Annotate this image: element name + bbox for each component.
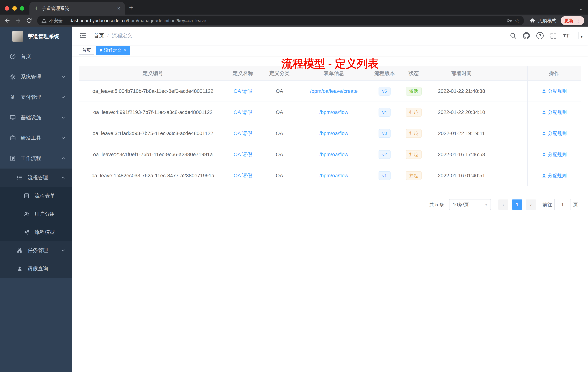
- tab-title: 芋道管理系统: [42, 5, 113, 11]
- definition-name-link[interactable]: OA 请假: [234, 131, 252, 136]
- sidebar-logo[interactable]: 芋道管理系统: [0, 27, 72, 46]
- sidebar-menu: 首页系统管理¥支付管理基础设施研发工具工作流程流程管理流程表单用户分组流程模型任…: [0, 46, 72, 372]
- table-row: oa_leave:5:004b710b-7b8a-11ec-8ef0-acde4…: [79, 81, 581, 102]
- person-icon: [16, 266, 23, 271]
- sidebar-item-infrastructure[interactable]: 基础设施: [0, 107, 72, 128]
- form-link[interactable]: /bpm/oa/flow: [319, 152, 348, 157]
- sidebar-item-process-manage[interactable]: 流程管理: [0, 169, 72, 187]
- zoom-window-button[interactable]: [20, 6, 24, 11]
- form-link[interactable]: /bpm/oa/flow: [319, 109, 348, 115]
- user-avatar[interactable]: [578, 32, 578, 39]
- forward-button[interactable]: [13, 15, 23, 26]
- form-link[interactable]: /bpm/oa/flow: [319, 131, 348, 136]
- person-icon: [542, 152, 546, 157]
- sidebar-item-label: 研发工具: [21, 134, 41, 142]
- font-size-icon[interactable]: TT: [563, 33, 570, 39]
- org-icon: [16, 248, 23, 253]
- sidebar-item-leave-query[interactable]: 请假查询: [0, 260, 72, 278]
- update-button[interactable]: 更新 ⋮: [561, 16, 584, 25]
- window-controls: [0, 6, 30, 15]
- key-icon[interactable]: [506, 18, 512, 23]
- minimize-window-button[interactable]: [12, 6, 17, 11]
- search-icon[interactable]: [510, 33, 516, 39]
- definition-id: oa_leave:2:3c1f0ef1-76b1-11ec-9c66-a2380…: [79, 152, 227, 157]
- goto-page-input[interactable]: [554, 199, 571, 210]
- browser-tab[interactable]: 芋道管理系统 ×: [30, 2, 125, 15]
- tab-close-icon[interactable]: ×: [116, 6, 122, 11]
- assign-rule-link[interactable]: 分配规则: [542, 152, 567, 158]
- assign-rule-label: 分配规则: [548, 109, 567, 116]
- form-link[interactable]: /bpm/oa/flow: [319, 173, 348, 178]
- sidebar-item-home[interactable]: 首页: [0, 46, 72, 67]
- definition-name-link[interactable]: OA 请假: [234, 152, 252, 157]
- version-badge: v1: [378, 171, 390, 180]
- back-button[interactable]: [2, 15, 12, 26]
- assign-rule-label: 分配规则: [548, 152, 567, 158]
- sidebar-item-workflow[interactable]: 工作流程: [0, 148, 72, 169]
- view-tag-0[interactable]: 首页: [79, 46, 94, 55]
- sidebar-item-label: 流程管理: [28, 174, 48, 181]
- definition-name-link[interactable]: OA 请假: [234, 88, 252, 94]
- chevron-down-icon: [61, 115, 65, 120]
- chevron-down-icon: [61, 75, 65, 79]
- column-header: 流程版本: [368, 70, 401, 77]
- address-bar[interactable]: 不安全 dashboard.yudao.iocoder.cn/bpm/manag…: [37, 16, 524, 25]
- sidebar-item-task-manage[interactable]: 任务管理: [0, 241, 72, 260]
- menu-dots-icon[interactable]: ⋮: [576, 18, 581, 24]
- deploy-time: 2022-01-16 01:40:51: [426, 173, 497, 178]
- browser-tab-strip: 芋道管理系统 × + ⌄: [0, 0, 588, 15]
- definition-id: oa_leave:4:991f2193-7b7f-11ec-a3c8-acde4…: [79, 109, 227, 115]
- next-page-button[interactable]: ›: [526, 199, 536, 210]
- sidebar-item-payment-manage[interactable]: ¥支付管理: [0, 87, 72, 107]
- definition-id: oa_leave:3:1fad3d93-7b75-11ec-a3c8-acde4…: [79, 131, 227, 136]
- breadcrumb-separator: /: [107, 33, 109, 39]
- prev-page-button[interactable]: ‹: [498, 199, 508, 210]
- view-tag-1[interactable]: 流程定义×: [96, 46, 130, 55]
- sidebar-item-user-group[interactable]: 用户分组: [0, 205, 72, 223]
- page-unit-label: 页: [573, 201, 578, 208]
- security-label[interactable]: 不安全: [49, 18, 63, 24]
- definition-category: OA: [259, 173, 300, 178]
- sidebar: 芋道管理系统 首页系统管理¥支付管理基础设施研发工具工作流程流程管理流程表单用户…: [0, 27, 72, 372]
- bookmark-star-icon[interactable]: ☆: [515, 17, 520, 24]
- page-size-value: 10条/页: [453, 201, 469, 208]
- user-menu[interactable]: ▼: [578, 33, 578, 39]
- assign-rule-link[interactable]: 分配规则: [542, 173, 567, 179]
- fullscreen-icon[interactable]: [550, 33, 557, 39]
- tab-search-chevron-icon[interactable]: ⌄: [579, 6, 583, 11]
- new-tab-button[interactable]: +: [125, 4, 138, 15]
- form-link[interactable]: /bpm/oa/leave/create: [310, 88, 358, 94]
- assign-rule-link[interactable]: 分配规则: [542, 88, 567, 94]
- update-label: 更新: [564, 18, 573, 24]
- page-number-button[interactable]: 1: [512, 199, 522, 210]
- sidebar-item-system-manage[interactable]: 系统管理: [0, 67, 72, 87]
- definition-name-link[interactable]: OA 请假: [234, 109, 252, 115]
- page-size-select[interactable]: 10条/页 ▼: [449, 199, 491, 210]
- chevron-down-icon: [61, 248, 65, 253]
- breadcrumb-home[interactable]: 首页: [94, 32, 104, 39]
- breadcrumb-current: 流程定义: [112, 32, 132, 39]
- hamburger-icon[interactable]: [77, 32, 89, 39]
- sidebar-item-label: 任务管理: [28, 247, 48, 254]
- pagination: 共 5 条 10条/页 ▼ ‹ 1 › 前往 页: [79, 199, 581, 210]
- github-icon[interactable]: [523, 32, 530, 39]
- column-header: 表单信息: [300, 70, 368, 77]
- incognito-badge: 无痕模式: [529, 17, 556, 24]
- help-icon[interactable]: ?: [536, 32, 544, 39]
- sidebar-item-dev-tools[interactable]: 研发工具: [0, 128, 72, 148]
- person-icon: [542, 173, 546, 178]
- table-header-row: 定义编号定义名称定义分类表单信息流程版本状态部署时间操作: [79, 66, 581, 81]
- close-window-button[interactable]: [5, 6, 9, 11]
- assign-rule-label: 分配规则: [548, 130, 567, 137]
- sidebar-item-process-form[interactable]: 流程表单: [0, 187, 72, 205]
- reload-button[interactable]: [24, 15, 34, 26]
- assign-rule-link[interactable]: 分配规则: [542, 130, 567, 137]
- version-badge: v2: [378, 150, 390, 159]
- status-badge: 挂起: [406, 129, 422, 138]
- tab-favicon-icon: [34, 6, 39, 11]
- url-text: dashboard.yudao.iocoder.cn/bpm/manager/d…: [70, 18, 206, 23]
- assign-rule-link[interactable]: 分配规则: [542, 109, 567, 116]
- definition-name-link[interactable]: OA 请假: [234, 173, 252, 178]
- sidebar-item-process-model[interactable]: 流程模型: [0, 223, 72, 241]
- close-icon[interactable]: ×: [123, 48, 126, 53]
